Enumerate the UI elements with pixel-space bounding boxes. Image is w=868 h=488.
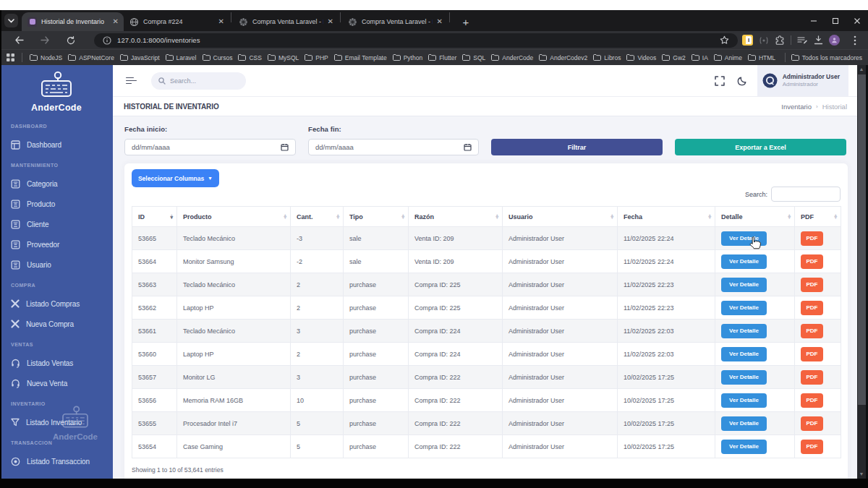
sort-icon[interactable]: ▴▾ [610,214,613,220]
pdf-button[interactable]: PDF [801,416,823,431]
ver-detalle-button[interactable]: Ver Detalle [721,324,767,338]
password-extension-icon[interactable]: l [742,35,753,46]
sort-icon[interactable]: ▴▾ [336,214,339,220]
bookmark-folder[interactable]: Email Template [334,54,387,61]
browser-tab[interactable]: Compra Venta Laravel - Mostra✕ [233,12,339,31]
bookmark-folder[interactable]: PHP [305,54,328,61]
bookmark-folder[interactable]: Gw2 [662,54,685,61]
calendar-icon[interactable] [281,143,289,151]
bookmark-folder[interactable]: MySQL [268,54,299,61]
sort-icon[interactable]: ▴▾ [834,214,837,220]
window-maximize-button[interactable] [825,17,846,25]
pdf-button[interactable]: PDF [801,370,823,385]
back-button[interactable] [6,36,32,44]
tab-close-icon[interactable]: ✕ [328,18,333,25]
hamburger-menu-icon[interactable] [126,75,137,86]
tab-close-icon[interactable]: ✕ [218,18,224,25]
tab-close-icon[interactable]: ✕ [113,18,119,25]
bookmark-folder[interactable]: Videos [626,54,656,61]
ver-detalle-button[interactable]: Ver Detalle [721,440,767,454]
browser-menu-icon[interactable] [854,35,856,46]
column-header-fecha[interactable]: Fecha▴▾ [618,207,715,227]
sort-icon[interactable]: ▴▾ [708,214,711,220]
column-header-usuario[interactable]: Usuario▴▾ [503,207,618,227]
browser-tab[interactable]: Compra Venta Laravel - Larave✕ [342,12,448,31]
global-search-input[interactable]: Search... [151,72,246,90]
pdf-button[interactable]: PDF [801,393,823,408]
apps-grid-icon[interactable] [7,53,14,61]
sidebar-item-listado-compras[interactable]: Listado Compras [0,294,113,314]
bookmark-folder[interactable]: AnderCode [491,54,533,61]
sidebar-item-producto[interactable]: Producto [0,194,113,214]
download-icon[interactable] [814,35,823,45]
pdf-button[interactable]: PDF [801,347,823,361]
sort-icon[interactable]: ▴▾ [495,214,498,220]
sidebar-item-nueva-compra[interactable]: Nueva Compra [0,314,113,334]
reading-list-icon[interactable] [797,36,808,45]
site-info-icon[interactable] [103,36,111,45]
reload-button[interactable] [58,36,84,45]
sidebar-item-listado-transaccion[interactable]: Listado Transaccion [0,451,113,471]
muted-extension-icon[interactable] [759,37,769,44]
column-header-razn[interactable]: Razón▴▾ [409,207,503,227]
forward-button[interactable] [32,36,58,44]
sidebar-item-nueva-venta[interactable]: Nueva Venta [0,373,113,393]
table-search-input[interactable] [771,187,841,202]
address-bar[interactable]: 127.0.0.1:8000/inventories [94,33,738,48]
browser-tab[interactable]: Compra #224✕ [124,12,229,31]
column-header-pdf[interactable]: PDF▴▾ [795,207,841,227]
page-scrollbar[interactable]: ▲ ▼ [857,65,868,479]
filtrar-button[interactable]: Filtrar [491,139,663,155]
sidebar-item-categoria[interactable]: Categoria [0,174,113,194]
bookmark-folder[interactable]: SQL [462,54,485,61]
bookmark-folder[interactable]: NodeJS [30,54,62,61]
sort-icon[interactable]: ▴▾ [788,214,791,220]
column-header-detalle[interactable]: Detalle▴▾ [715,207,795,227]
pdf-button[interactable]: PDF [801,231,823,246]
pdf-button[interactable]: PDF [801,301,823,315]
select-columns-button[interactable]: Seleccionar Columnas ▼ [132,169,219,187]
fullscreen-icon[interactable] [715,76,725,86]
extensions-puzzle-icon[interactable] [775,35,785,46]
pdf-button[interactable]: PDF [801,278,823,292]
ver-detalle-button[interactable]: Ver Detalle [721,301,767,315]
column-header-tipo[interactable]: Tipo▴▾ [344,207,409,227]
sidebar-item-usuario[interactable]: Usuario [0,254,113,275]
ver-detalle-button[interactable]: Ver Detalle [721,347,767,361]
sort-icon[interactable]: ▴▾ [170,214,173,220]
ver-detalle-button[interactable]: Ver Detalle [721,278,767,292]
end-date-input[interactable]: dd/mm/aaaa [308,139,479,155]
sidebar-item-cliente[interactable]: Cliente [0,214,113,234]
new-tab-button[interactable]: + [457,16,475,28]
profile-avatar-icon[interactable] [829,35,840,46]
bookmark-folder[interactable]: CSS [238,54,261,61]
ver-detalle-button[interactable]: Ver Detalle [721,254,767,269]
pdf-button[interactable]: PDF [801,440,823,454]
scrollbar-thumb[interactable] [858,74,866,405]
sort-icon[interactable]: ▴▾ [401,214,404,220]
browser-tab[interactable]: Historial de Inventario✕ [22,12,124,31]
user-menu[interactable]: Administrador User Administrador [757,65,848,96]
export-excel-button[interactable]: Exportar a Excel [675,139,846,155]
window-minimize-button[interactable] [803,17,825,25]
calendar-icon[interactable] [464,143,472,151]
bookmark-folder[interactable]: HTML [748,54,775,61]
all-bookmarks-folder[interactable]: Todos los marcadores [791,54,862,61]
bookmark-folder[interactable]: Anime [714,54,742,61]
brand[interactable]: AnderCode [0,65,113,113]
column-header-producto[interactable]: Producto▴▾ [177,207,291,227]
column-header-id[interactable]: ID▴▾ [132,207,177,227]
sort-icon[interactable]: ▴▾ [284,214,286,220]
pdf-button[interactable]: PDF [801,254,823,269]
column-header-cant[interactable]: Cant.▴▾ [291,207,344,227]
window-close-button[interactable] [846,17,868,25]
bookmark-folder[interactable]: JavaScript [120,54,160,61]
pdf-button[interactable]: PDF [801,324,823,338]
tab-close-icon[interactable]: ✕ [437,18,443,25]
bookmark-folder[interactable]: Laravel [166,54,197,61]
ver-detalle-button[interactable]: Ver Detalle [721,416,767,431]
sidebar-item-dashboard[interactable]: Dashboard [0,134,113,155]
tab-search-button[interactable] [4,14,18,27]
scrollbar-up-arrow[interactable]: ▲ [857,65,866,74]
bookmark-folder[interactable]: ASPNetCore [68,54,114,61]
